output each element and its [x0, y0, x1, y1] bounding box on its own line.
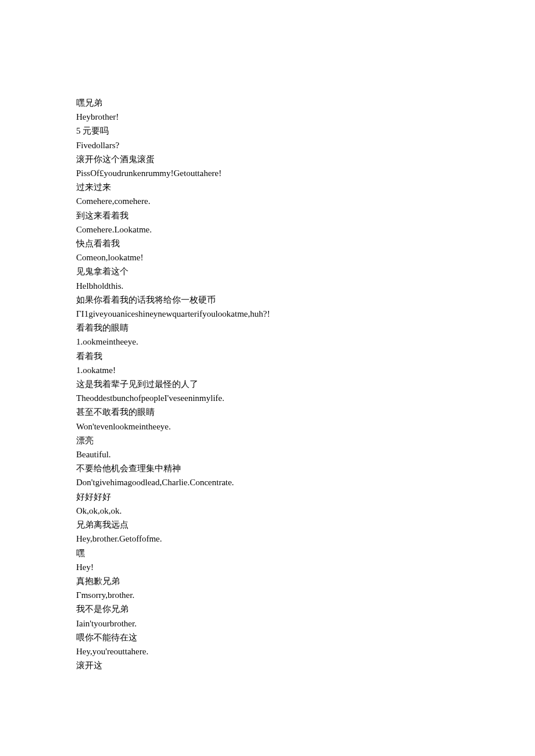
text-line: 到这来看着我: [76, 209, 460, 223]
text-line: Comeon,lookatme!: [76, 250, 460, 264]
text-line: Heybrother!: [76, 110, 460, 124]
text-line: 滚开这: [76, 658, 460, 672]
text-body: 嘿兄弟Heybrother!5 元要吗Fivedollars?滚开你这个酒鬼滚蛋…: [76, 96, 460, 672]
text-line: PissOf£youdrunkenrummy!Getouttahere!: [76, 166, 460, 180]
text-line: 见鬼拿着这个: [76, 264, 460, 278]
text-line: 我不是你兄弟: [76, 602, 460, 616]
text-line: Hey,you'reouttahere.: [76, 644, 460, 658]
text-line: Beautiful.: [76, 447, 460, 461]
text-line: Comehere,comehere.: [76, 194, 460, 208]
text-line: 不要给他机会查理集中精神: [76, 461, 460, 475]
text-line: 真抱歉兄弟: [76, 574, 460, 588]
text-line: TheoddestbunchofpeopleI'veseeninmylife.: [76, 391, 460, 405]
text-line: 嘿兄弟: [76, 96, 460, 110]
document-page: 嘿兄弟Heybrother!5 元要吗Fivedollars?滚开你这个酒鬼滚蛋…: [0, 0, 460, 672]
text-line: 甚至不敢看我的眼睛: [76, 405, 460, 419]
text-line: Ok,ok,ok,ok.: [76, 504, 460, 518]
text-line: 兄弟离我远点: [76, 518, 460, 532]
text-line: 漂亮: [76, 433, 460, 447]
text-line: 这是我着辈子见到过最怪的人了: [76, 377, 460, 391]
text-line: 滚开你这个酒鬼滚蛋: [76, 152, 460, 166]
text-line: Γmsorry,brother.: [76, 588, 460, 602]
text-line: 1.ookmeintheeye.: [76, 335, 460, 349]
text-line: 看着我: [76, 349, 460, 363]
text-line: 快点看着我: [76, 237, 460, 250]
text-line: Iain'tyourbrother.: [76, 617, 460, 630]
text-line: 5 元要吗: [76, 124, 460, 138]
text-line: Comehere.Lookatme.: [76, 223, 460, 237]
text-line: Hey,brother.Getoffofme.: [76, 532, 460, 546]
text-line: Helbholdthis.: [76, 279, 460, 293]
text-line: 看着我的眼睛: [76, 321, 460, 335]
text-line: 嘿: [76, 546, 460, 560]
text-line: 好好好好: [76, 490, 460, 504]
text-line: Fivedollars?: [76, 138, 460, 152]
text-line: 过来过来: [76, 180, 460, 194]
text-line: 1.ookatme!: [76, 363, 460, 377]
text-line: 如果你看着我的话我将给你一枚硬币: [76, 293, 460, 307]
text-line: Hey!: [76, 560, 460, 574]
text-line: 喂你不能待在这: [76, 630, 460, 644]
text-line: Won'tevenlookmeintheeye.: [76, 420, 460, 433]
text-line: Don'tgivehimagoodlead,Charlie.Concentrat…: [76, 475, 460, 489]
text-line: ΓI1giveyouaniceshineynewquarterifyoulook…: [76, 307, 460, 321]
